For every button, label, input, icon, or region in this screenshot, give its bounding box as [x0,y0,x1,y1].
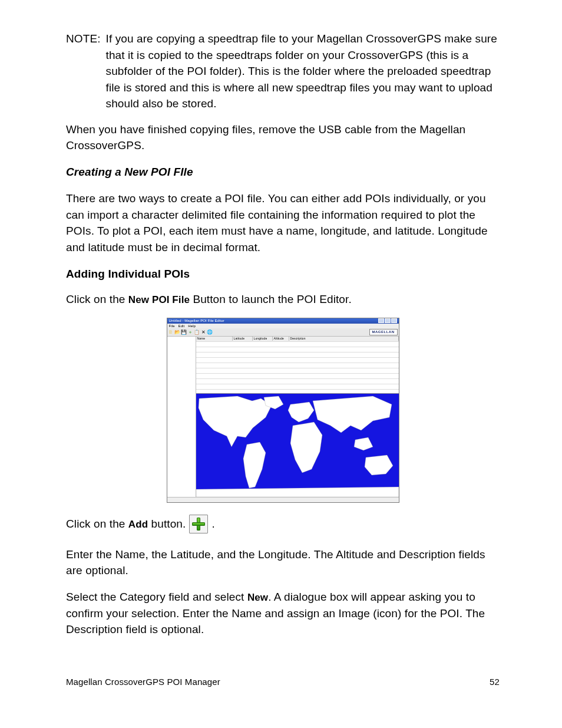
brand-logo: MAGELLAN [369,329,398,335]
heading-creating-poi: Creating a New POI FIle [66,164,500,180]
app-menubar: File Edit Help [167,324,399,328]
column-header[interactable]: Longitude [253,337,273,341]
app-titlebar: Untitled - Magellan POI File Editor [167,318,399,324]
close-button[interactable] [391,318,397,323]
text-pre: Click on the [66,293,128,305]
text-pre: Select the Category field and select [66,591,247,603]
maximize-button[interactable] [385,318,391,323]
text-post: Button to launch the POI Editor. [190,293,352,305]
bold-new: New [247,592,268,603]
new-file-icon[interactable]: 🗎 [168,329,174,335]
paragraph-twoways: There are two ways to create a POI file.… [66,190,500,255]
save-icon[interactable]: 💾 [181,329,187,335]
note-label: NOTE: [66,31,103,112]
footer-right: 52 [490,676,500,689]
column-header[interactable]: Name [196,337,233,341]
column-header[interactable]: Altitude [273,337,289,341]
column-header[interactable]: Latitude [233,337,253,341]
paragraph-select: Select the Category field and select New… [66,589,500,638]
note-body: If you are copying a speedtrap file to y… [103,31,500,112]
app-toolbar: 🗎📂💾＋📋✕🌐 MAGELLAN [167,328,399,337]
text-post-before-icon: button. [148,518,186,530]
add-button-icon-box[interactable] [189,515,208,533]
bold-add: Add [128,519,148,530]
app-sidebar [167,337,196,497]
text-post-after-icon: . [211,516,214,532]
globe-icon[interactable]: 🌐 [207,329,213,335]
poi-grid[interactable]: NameLatitudeLongitudeAltitudeDescription [196,337,399,394]
column-header[interactable]: Description [289,337,399,341]
page-footer: Magellan CrossoverGPS POI Manager 52 [66,676,500,689]
delete-icon[interactable]: ✕ [201,329,207,335]
paste-icon[interactable]: 📋 [194,329,200,335]
paragraph-finished: When you have finished copying files, re… [66,121,500,154]
world-map[interactable] [196,394,399,497]
poi-editor-screenshot: Untitled - Magellan POI File Editor File… [66,318,500,503]
app-window: Untitled - Magellan POI File Editor File… [167,318,399,503]
open-folder-icon[interactable]: 📂 [175,329,181,335]
plus-icon [192,518,205,531]
paragraph-enter: Enter the Name, the Latitude, and the Lo… [66,546,500,579]
line-click-new-poi: Click on the New POI File Button to laun… [66,291,500,308]
app-statusbar [167,497,399,502]
note-block: NOTE: If you are copying a speedtrap fil… [66,31,500,112]
menu-edit[interactable]: Edit [178,324,185,328]
line-click-add: Click on the Add button. . [66,515,500,533]
footer-left: Magellan CrossoverGPS POI Manager [66,676,220,689]
minimize-button[interactable] [378,318,384,323]
menu-help[interactable]: Help [188,324,196,328]
heading-adding-pois: Adding Individual POIs [66,266,500,282]
add-icon[interactable]: ＋ [188,329,194,335]
menu-file[interactable]: File [169,324,175,328]
app-title: Untitled - Magellan POI File Editor [169,318,224,324]
bold-new-poi-file: New POI File [128,294,190,305]
text-pre: Click on the [66,518,128,530]
